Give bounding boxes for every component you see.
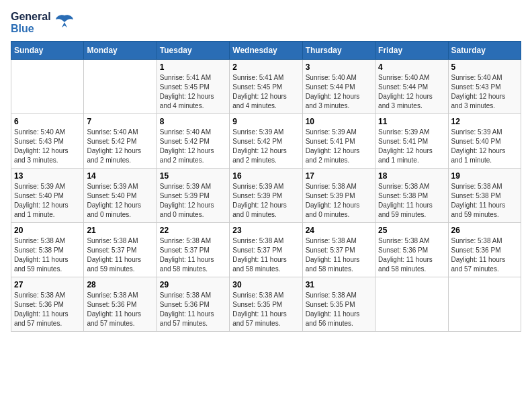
day-info: Sunrise: 5:40 AM Sunset: 5:44 PM Dayligh… xyxy=(306,73,372,111)
col-header-friday: Friday xyxy=(375,42,448,60)
col-header-monday: Monday xyxy=(84,42,157,60)
day-number: 27 xyxy=(14,280,81,289)
day-info: Sunrise: 5:38 AM Sunset: 5:38 PM Dayligh… xyxy=(378,182,445,220)
day-info: Sunrise: 5:40 AM Sunset: 5:44 PM Dayligh… xyxy=(378,73,445,111)
calendar-cell: 3Sunrise: 5:40 AM Sunset: 5:44 PM Daylig… xyxy=(302,60,375,114)
col-header-tuesday: Tuesday xyxy=(157,42,229,60)
calendar-cell: 1Sunrise: 5:41 AM Sunset: 5:45 PM Daylig… xyxy=(157,60,229,114)
col-header-wednesday: Wednesday xyxy=(230,42,302,60)
day-number: 4 xyxy=(378,62,445,72)
calendar-cell: 24Sunrise: 5:38 AM Sunset: 5:37 PM Dayli… xyxy=(302,223,375,277)
calendar-cell xyxy=(375,277,448,332)
calendar-cell: 21Sunrise: 5:38 AM Sunset: 5:37 PM Dayli… xyxy=(84,223,157,277)
day-info: Sunrise: 5:38 AM Sunset: 5:37 PM Dayligh… xyxy=(232,236,299,274)
day-number: 31 xyxy=(306,280,372,289)
logo: General Blue xyxy=(11,11,74,34)
day-number: 11 xyxy=(378,117,445,126)
calendar-cell: 8Sunrise: 5:40 AM Sunset: 5:42 PM Daylig… xyxy=(157,114,229,169)
logo-line1: General xyxy=(11,11,51,23)
calendar-cell: 5Sunrise: 5:40 AM Sunset: 5:43 PM Daylig… xyxy=(448,60,521,114)
day-number: 2 xyxy=(232,62,299,72)
day-number: 24 xyxy=(306,226,372,235)
calendar-cell: 11Sunrise: 5:39 AM Sunset: 5:41 PM Dayli… xyxy=(375,114,448,169)
day-info: Sunrise: 5:39 AM Sunset: 5:40 PM Dayligh… xyxy=(451,128,518,165)
calendar-cell: 18Sunrise: 5:38 AM Sunset: 5:38 PM Dayli… xyxy=(375,169,448,223)
calendar-cell: 17Sunrise: 5:38 AM Sunset: 5:39 PM Dayli… xyxy=(302,169,375,223)
day-info: Sunrise: 5:41 AM Sunset: 5:45 PM Dayligh… xyxy=(232,73,299,111)
calendar-cell: 19Sunrise: 5:38 AM Sunset: 5:38 PM Dayli… xyxy=(448,169,521,223)
day-info: Sunrise: 5:39 AM Sunset: 5:42 PM Dayligh… xyxy=(232,128,299,165)
day-number: 17 xyxy=(306,171,372,181)
day-number: 10 xyxy=(306,117,372,126)
calendar-cell: 12Sunrise: 5:39 AM Sunset: 5:40 PM Dayli… xyxy=(448,114,521,169)
day-number: 15 xyxy=(160,171,226,181)
day-number: 18 xyxy=(378,171,445,181)
day-info: Sunrise: 5:38 AM Sunset: 5:38 PM Dayligh… xyxy=(14,236,81,274)
day-info: Sunrise: 5:40 AM Sunset: 5:42 PM Dayligh… xyxy=(87,128,153,165)
day-number: 13 xyxy=(14,171,81,181)
day-number: 5 xyxy=(451,62,518,72)
calendar-cell: 4Sunrise: 5:40 AM Sunset: 5:44 PM Daylig… xyxy=(375,60,448,114)
day-info: Sunrise: 5:40 AM Sunset: 5:42 PM Dayligh… xyxy=(160,128,226,165)
day-info: Sunrise: 5:40 AM Sunset: 5:43 PM Dayligh… xyxy=(451,73,518,111)
calendar-cell: 16Sunrise: 5:39 AM Sunset: 5:39 PM Dayli… xyxy=(230,169,302,223)
day-info: Sunrise: 5:38 AM Sunset: 5:36 PM Dayligh… xyxy=(451,236,518,274)
day-number: 30 xyxy=(232,280,299,289)
day-info: Sunrise: 5:38 AM Sunset: 5:36 PM Dayligh… xyxy=(87,291,153,328)
calendar-cell: 15Sunrise: 5:39 AM Sunset: 5:39 PM Dayli… xyxy=(157,169,229,223)
day-info: Sunrise: 5:39 AM Sunset: 5:41 PM Dayligh… xyxy=(306,128,372,165)
day-info: Sunrise: 5:38 AM Sunset: 5:35 PM Dayligh… xyxy=(306,291,372,328)
calendar-cell: 13Sunrise: 5:39 AM Sunset: 5:40 PM Dayli… xyxy=(11,169,84,223)
calendar-cell: 2Sunrise: 5:41 AM Sunset: 5:45 PM Daylig… xyxy=(230,60,302,114)
calendar-cell: 25Sunrise: 5:38 AM Sunset: 5:36 PM Dayli… xyxy=(375,223,448,277)
day-number: 26 xyxy=(451,226,518,235)
day-info: Sunrise: 5:39 AM Sunset: 5:41 PM Dayligh… xyxy=(378,128,445,165)
day-info: Sunrise: 5:38 AM Sunset: 5:37 PM Dayligh… xyxy=(87,236,153,274)
col-header-thursday: Thursday xyxy=(302,42,375,60)
day-info: Sunrise: 5:38 AM Sunset: 5:39 PM Dayligh… xyxy=(306,182,372,220)
day-number: 22 xyxy=(160,226,226,235)
day-info: Sunrise: 5:39 AM Sunset: 5:39 PM Dayligh… xyxy=(232,182,299,220)
day-number: 19 xyxy=(451,171,518,181)
day-number: 1 xyxy=(160,62,226,72)
day-info: Sunrise: 5:39 AM Sunset: 5:40 PM Dayligh… xyxy=(87,182,153,220)
calendar-cell: 10Sunrise: 5:39 AM Sunset: 5:41 PM Dayli… xyxy=(302,114,375,169)
day-info: Sunrise: 5:40 AM Sunset: 5:43 PM Dayligh… xyxy=(14,128,81,165)
day-info: Sunrise: 5:38 AM Sunset: 5:36 PM Dayligh… xyxy=(160,291,226,328)
calendar-cell: 28Sunrise: 5:38 AM Sunset: 5:36 PM Dayli… xyxy=(84,277,157,332)
day-number: 3 xyxy=(306,62,372,72)
day-info: Sunrise: 5:38 AM Sunset: 5:36 PM Dayligh… xyxy=(14,291,81,328)
day-number: 29 xyxy=(160,280,226,289)
day-number: 12 xyxy=(451,117,518,126)
col-header-saturday: Saturday xyxy=(448,42,521,60)
logo-line2: Blue xyxy=(11,23,51,35)
calendar-cell: 29Sunrise: 5:38 AM Sunset: 5:36 PM Dayli… xyxy=(157,277,229,332)
calendar-cell: 20Sunrise: 5:38 AM Sunset: 5:38 PM Dayli… xyxy=(11,223,84,277)
day-number: 21 xyxy=(87,226,153,235)
calendar-cell: 14Sunrise: 5:39 AM Sunset: 5:40 PM Dayli… xyxy=(84,169,157,223)
calendar-cell: 6Sunrise: 5:40 AM Sunset: 5:43 PM Daylig… xyxy=(11,114,84,169)
calendar-cell xyxy=(448,277,521,332)
calendar-cell: 23Sunrise: 5:38 AM Sunset: 5:37 PM Dayli… xyxy=(230,223,302,277)
day-number: 7 xyxy=(87,117,153,126)
day-number: 25 xyxy=(378,226,445,235)
day-info: Sunrise: 5:39 AM Sunset: 5:39 PM Dayligh… xyxy=(160,182,226,220)
day-number: 23 xyxy=(232,226,299,235)
day-number: 16 xyxy=(232,171,299,181)
day-number: 9 xyxy=(232,117,299,126)
calendar-cell: 31Sunrise: 5:38 AM Sunset: 5:35 PM Dayli… xyxy=(302,277,375,332)
day-info: Sunrise: 5:38 AM Sunset: 5:36 PM Dayligh… xyxy=(378,236,445,274)
calendar-table: SundayMondayTuesdayWednesdayThursdayFrid… xyxy=(11,41,521,332)
calendar-cell xyxy=(84,60,157,114)
calendar-cell: 30Sunrise: 5:38 AM Sunset: 5:35 PM Dayli… xyxy=(230,277,302,332)
day-info: Sunrise: 5:41 AM Sunset: 5:45 PM Dayligh… xyxy=(160,73,226,111)
calendar-cell: 22Sunrise: 5:38 AM Sunset: 5:37 PM Dayli… xyxy=(157,223,229,277)
day-number: 14 xyxy=(87,171,153,181)
day-number: 20 xyxy=(14,226,81,235)
day-number: 8 xyxy=(160,117,226,126)
day-info: Sunrise: 5:38 AM Sunset: 5:37 PM Dayligh… xyxy=(160,236,226,274)
day-number: 28 xyxy=(87,280,153,289)
day-info: Sunrise: 5:38 AM Sunset: 5:37 PM Dayligh… xyxy=(306,236,372,274)
logo-bird-icon xyxy=(55,14,74,29)
day-info: Sunrise: 5:39 AM Sunset: 5:40 PM Dayligh… xyxy=(14,182,81,220)
